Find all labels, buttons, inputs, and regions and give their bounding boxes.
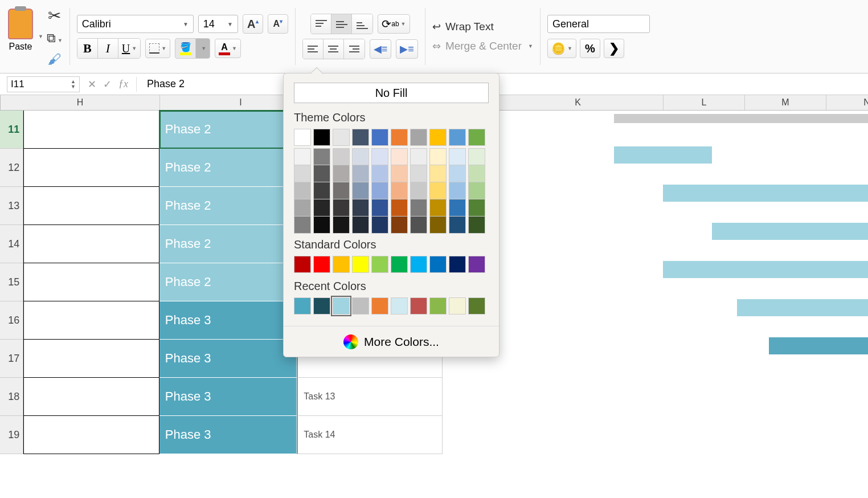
theme-shade-swatch[interactable]	[333, 217, 350, 234]
cancel-icon[interactable]: ✕	[88, 78, 96, 91]
theme-shade-swatch[interactable]	[352, 217, 369, 234]
standard-color-swatch[interactable]	[371, 256, 388, 273]
theme-shade-swatch[interactable]	[313, 165, 330, 182]
theme-shade-swatch[interactable]	[313, 182, 330, 199]
cell-H18[interactable]	[23, 378, 159, 416]
paste-button[interactable]: Paste	[8, 6, 33, 52]
cell-K18[interactable]	[443, 378, 588, 416]
row-header[interactable]: 18	[0, 378, 23, 416]
cell-L16[interactable]	[587, 301, 657, 340]
theme-shade-swatch[interactable]	[352, 165, 369, 182]
cell-H14[interactable]	[23, 225, 159, 263]
cell-L11[interactable]	[587, 111, 657, 149]
fill-color-dropdown[interactable]: ▼	[196, 39, 210, 58]
theme-shade-swatch[interactable]	[294, 199, 311, 217]
bold-button[interactable]: B	[77, 39, 98, 58]
theme-shade-swatch[interactable]	[410, 165, 427, 182]
cell-L13[interactable]	[587, 187, 657, 225]
theme-shade-swatch[interactable]	[429, 165, 447, 182]
cell-K19[interactable]	[443, 416, 588, 454]
cell-I12[interactable]: Phase 2	[159, 149, 297, 187]
cell-N15[interactable]	[728, 263, 798, 301]
decrease-indent-button[interactable]: ◀≡	[370, 39, 392, 59]
cell-M17[interactable]	[658, 340, 728, 378]
cell-O18[interactable]	[798, 378, 868, 416]
cell-J18[interactable]: Task 13	[297, 378, 442, 416]
theme-shade-swatch[interactable]	[371, 165, 388, 182]
standard-color-swatch[interactable]	[391, 256, 408, 273]
align-right-button[interactable]	[344, 39, 365, 59]
cell-H19[interactable]	[23, 416, 159, 454]
theme-shade-swatch[interactable]	[449, 182, 466, 199]
theme-shade-swatch[interactable]	[294, 182, 311, 199]
theme-shade-swatch[interactable]	[468, 148, 485, 165]
theme-shade-swatch[interactable]	[313, 148, 330, 165]
cell-L12[interactable]	[587, 149, 657, 187]
theme-shade-swatch[interactable]	[333, 165, 350, 182]
cell-N14[interactable]	[728, 225, 798, 263]
row-header[interactable]: 13	[0, 187, 23, 225]
cell-O13[interactable]	[798, 187, 868, 225]
more-colors-button[interactable]: More Colors...	[284, 326, 499, 357]
format-painter-icon[interactable]: 🖌	[48, 51, 62, 67]
theme-color-swatch[interactable]	[410, 129, 427, 146]
theme-color-swatch[interactable]	[313, 129, 330, 146]
theme-shade-swatch[interactable]	[294, 165, 311, 182]
theme-shade-swatch[interactable]	[391, 199, 408, 217]
recent-color-swatch[interactable]	[449, 297, 466, 315]
standard-color-swatch[interactable]	[352, 256, 369, 273]
standard-color-swatch[interactable]	[333, 256, 350, 273]
fx-icon[interactable]: ƒx	[118, 78, 128, 90]
underline-button[interactable]: U▼	[118, 39, 140, 58]
standard-color-swatch[interactable]	[294, 256, 311, 273]
standard-color-swatch[interactable]	[468, 256, 485, 273]
row-header[interactable]: 14	[0, 225, 23, 263]
theme-shade-swatch[interactable]	[410, 182, 427, 199]
orientation-button[interactable]: ⟳ab▼	[378, 14, 410, 34]
theme-shade-swatch[interactable]	[352, 182, 369, 199]
standard-color-swatch[interactable]	[410, 256, 427, 273]
recent-color-swatch[interactable]	[429, 297, 447, 315]
comma-button[interactable]: ❯	[604, 39, 624, 58]
cell-O17[interactable]	[798, 340, 868, 378]
cell-I11[interactable]: Phase 2	[159, 111, 297, 149]
theme-shade-swatch[interactable]	[429, 199, 447, 217]
theme-shade-swatch[interactable]	[391, 182, 408, 199]
theme-shade-swatch[interactable]	[333, 199, 350, 217]
cell-M12[interactable]	[658, 149, 728, 187]
cell-L14[interactable]	[587, 225, 657, 263]
theme-shade-swatch[interactable]	[352, 199, 369, 217]
theme-shade-swatch[interactable]	[333, 148, 350, 165]
font-color-button[interactable]: A▼	[215, 39, 241, 58]
theme-shade-swatch[interactable]	[429, 182, 447, 199]
wrap-text-button[interactable]: ↩ Wrap Text	[432, 21, 494, 33]
theme-shade-swatch[interactable]	[391, 217, 408, 234]
theme-shade-swatch[interactable]	[371, 217, 388, 234]
column-header-N[interactable]: N	[826, 95, 868, 110]
cell-O12[interactable]	[798, 149, 868, 187]
cell-M18[interactable]	[658, 378, 728, 416]
theme-color-swatch[interactable]	[294, 129, 311, 146]
formula-input[interactable]: Phase 2	[141, 78, 185, 90]
no-fill-button[interactable]: No Fill	[294, 83, 489, 103]
theme-shade-swatch[interactable]	[333, 182, 350, 199]
cell-I13[interactable]: Phase 2	[159, 187, 297, 225]
theme-shade-swatch[interactable]	[313, 199, 330, 217]
cell-O15[interactable]	[798, 263, 868, 301]
theme-shade-swatch[interactable]	[294, 217, 311, 234]
cell-I18[interactable]: Phase 3	[159, 378, 297, 416]
align-center-button[interactable]	[324, 39, 344, 59]
cell-L17[interactable]	[587, 340, 657, 378]
theme-shade-swatch[interactable]	[468, 217, 485, 234]
cell-I15[interactable]: Phase 2	[159, 263, 297, 301]
cell-H12[interactable]	[23, 149, 159, 187]
cell-J19[interactable]: Task 14	[297, 416, 442, 454]
recent-color-swatch[interactable]	[391, 297, 408, 315]
recent-color-swatch[interactable]	[410, 297, 427, 315]
paste-dropdown-arrow[interactable]: ▼	[38, 34, 43, 39]
name-box-stepper[interactable]: ▲▼	[71, 79, 76, 89]
row-header[interactable]: 11	[0, 111, 23, 149]
cell-N12[interactable]	[728, 149, 798, 187]
recent-color-swatch[interactable]	[352, 297, 369, 315]
theme-shade-swatch[interactable]	[313, 217, 330, 234]
